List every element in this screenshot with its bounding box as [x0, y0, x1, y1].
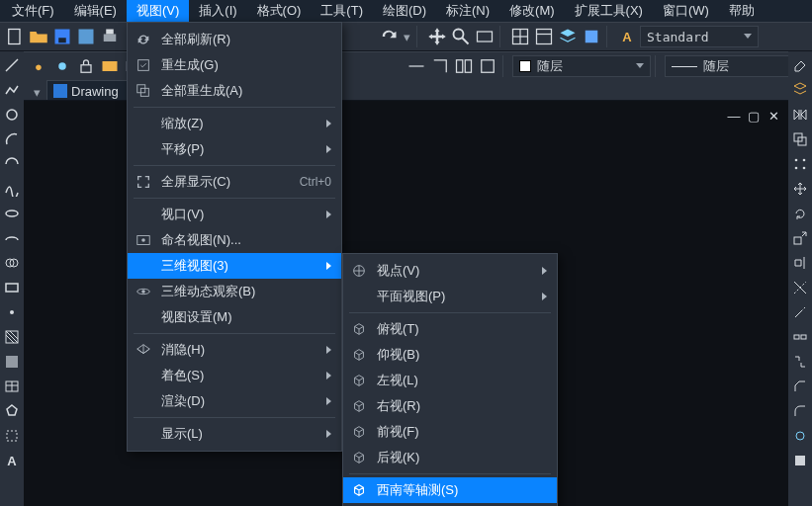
saveas-icon[interactable] — [75, 26, 97, 47]
wipeout-icon[interactable] — [2, 426, 22, 446]
arc-icon[interactable] — [2, 129, 22, 149]
rings-icon[interactable] — [2, 253, 22, 273]
block-icon[interactable] — [581, 26, 602, 47]
dim1-icon[interactable] — [406, 55, 427, 77]
menu-8[interactable]: 修改(M) — [499, 0, 565, 22]
pan-icon[interactable] — [426, 26, 448, 47]
print-icon[interactable] — [99, 26, 121, 47]
open-icon[interactable] — [28, 26, 49, 47]
menu-7[interactable]: 标注(N) — [436, 0, 499, 22]
menu-6[interactable]: 绘图(D) — [373, 0, 436, 22]
mirror-icon[interactable] — [790, 105, 810, 125]
menu-item[interactable]: 后视(K) — [343, 445, 557, 470]
stretch-icon[interactable] — [790, 253, 810, 273]
menu-0[interactable]: 文件(F) — [2, 0, 64, 22]
menu-item[interactable]: 命名视图(N)... — [128, 227, 341, 253]
text-style-combo[interactable]: Standard — [640, 26, 759, 47]
menu-item[interactable]: 渲染(D) — [128, 388, 341, 414]
copy-icon[interactable] — [790, 80, 810, 100]
menu-item[interactable]: 视点(V) — [343, 258, 557, 284]
menu-item[interactable]: 消隐(H) — [128, 337, 341, 363]
drawing-tab[interactable]: Drawing — [46, 80, 130, 100]
close-icon[interactable]: ✕ — [767, 109, 780, 123]
menu-4[interactable]: 格式(O) — [247, 0, 312, 22]
explode-icon[interactable] — [790, 426, 810, 446]
layers2-icon[interactable] — [99, 55, 121, 77]
menu-2[interactable]: 视图(V) — [127, 0, 189, 22]
menu-item[interactable]: 视口(V) — [128, 202, 341, 227]
menu-1[interactable]: 编辑(E) — [64, 0, 127, 22]
layer-color-combo[interactable]: 随层 — [512, 55, 651, 77]
menu-5[interactable]: 工具(T) — [311, 0, 373, 22]
cube-icon — [349, 345, 369, 365]
menu-item[interactable]: 三维视图(3) — [128, 253, 341, 279]
menu-item[interactable]: 视图设置(M) — [128, 304, 341, 330]
fillet-icon[interactable] — [790, 401, 810, 421]
ellipsearc-icon[interactable] — [2, 228, 22, 248]
menu-item[interactable]: 着色(S) — [128, 363, 341, 388]
rotate-icon[interactable] — [790, 204, 810, 223]
new-icon[interactable] — [4, 26, 26, 47]
table-icon[interactable] — [2, 377, 22, 396]
menu-item[interactable]: 重生成(G) — [128, 52, 341, 78]
menu-item[interactable]: 左视(L) — [343, 368, 557, 393]
chamfer-icon[interactable] — [790, 377, 810, 396]
bulb-icon[interactable]: ● — [28, 55, 49, 77]
sun-icon[interactable] — [51, 55, 73, 77]
dim3-icon[interactable] — [453, 55, 475, 77]
menu-9[interactable]: 扩展工具(X) — [565, 0, 653, 22]
polygon-icon[interactable] — [2, 401, 22, 421]
linetype-combo[interactable]: 随层 — [665, 55, 803, 77]
menu-item[interactable]: 前视(F) — [343, 419, 557, 445]
menu-item[interactable]: 缩放(Z) — [128, 111, 341, 136]
text-style-icon[interactable]: A — [616, 26, 638, 47]
menu-10[interactable]: 窗口(W) — [653, 0, 719, 22]
pedit-icon[interactable] — [790, 451, 810, 470]
layers-icon[interactable] — [557, 26, 579, 47]
dim4-icon[interactable] — [477, 55, 498, 77]
maximize-icon[interactable]: ▢ — [747, 109, 761, 123]
menu-item[interactable]: 全部刷新(R) — [128, 27, 341, 52]
line-icon[interactable] — [2, 55, 22, 75]
spline-icon[interactable] — [2, 179, 22, 199]
dim2-icon[interactable] — [429, 55, 451, 77]
menu-item[interactable]: 右视(R) — [343, 393, 557, 419]
point-icon[interactable] — [2, 302, 22, 322]
hatch-icon[interactable] — [2, 327, 22, 347]
menu-item[interactable]: 全部重生成(A) — [128, 78, 341, 104]
erase-icon[interactable] — [790, 55, 810, 75]
array-icon[interactable] — [790, 154, 810, 174]
zoomext-icon[interactable] — [474, 26, 496, 47]
menu-item[interactable]: 俯视(T) — [343, 316, 557, 342]
menu-item[interactable]: 仰视(B) — [343, 342, 557, 368]
circle-icon[interactable] — [2, 105, 22, 125]
menu-item[interactable]: 显示(L) — [128, 421, 341, 447]
zoom-icon[interactable] — [450, 26, 472, 47]
props-icon[interactable] — [533, 26, 555, 47]
arc2-icon[interactable] — [2, 154, 22, 174]
rect-icon[interactable] — [2, 278, 22, 297]
break-icon[interactable] — [790, 327, 810, 347]
join-icon[interactable] — [790, 352, 810, 372]
scale-icon[interactable] — [790, 228, 810, 248]
menu-item[interactable]: 平面视图(P) — [343, 284, 557, 309]
menu-item[interactable]: 西南等轴测(S) — [343, 477, 557, 503]
menu-3[interactable]: 插入(I) — [189, 0, 246, 22]
menu-11[interactable]: 帮助 — [719, 0, 765, 22]
redo-icon[interactable] — [378, 26, 400, 47]
region-icon[interactable] — [2, 352, 22, 372]
lock-icon[interactable] — [75, 55, 97, 77]
menu-item[interactable]: 三维动态观察(B) — [128, 279, 341, 304]
ellipse-icon[interactable] — [2, 204, 22, 223]
grid-icon[interactable] — [509, 26, 531, 47]
extend-icon[interactable] — [790, 302, 810, 322]
polyline-icon[interactable] — [2, 80, 22, 100]
menu-item[interactable]: 全屏显示(C)Ctrl+0 — [128, 169, 341, 195]
move-icon[interactable] — [790, 179, 810, 199]
minimize-icon[interactable]: — — [727, 109, 741, 123]
trim-icon[interactable] — [790, 278, 810, 297]
text-icon[interactable]: A — [2, 451, 22, 470]
menu-item[interactable]: 平移(P) — [128, 136, 341, 162]
save-icon[interactable] — [51, 26, 73, 47]
offset-icon[interactable] — [790, 129, 810, 149]
